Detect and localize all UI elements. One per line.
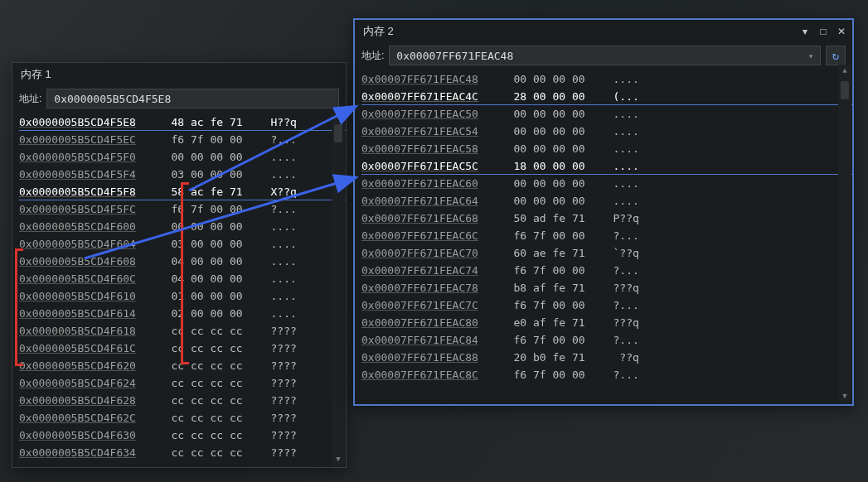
memory-address: 0x0000005B5CD4F600	[19, 218, 152, 235]
memory-row[interactable]: 0x00007FF671FEAC58 00 00 00 00 ....	[361, 140, 852, 157]
scroll-thumb[interactable]	[841, 81, 849, 99]
memory-row[interactable]: 0x0000005B5CD4F634 cc cc cc cc ????	[19, 444, 346, 461]
memory-hex: f6 7f 00 00	[494, 227, 594, 244]
memory-address: 0x00007FF671FEAC84	[361, 331, 494, 349]
memory-hex: 04 00 00 00	[152, 253, 251, 270]
panel-header: 内存 1	[12, 63, 346, 85]
memory-row[interactable]: 0x0000005B5CD4F62C cc cc cc cc ????	[19, 409, 346, 427]
memory-row[interactable]: 0x00007FF671FEAC7C f6 7f 00 00 ?...	[361, 296, 852, 314]
memory-row[interactable]: 0x00007FF671FEAC68 50 ad fe 71 P??q	[361, 210, 852, 227]
memory-row[interactable]: 0x0000005B5CD4F5F0 00 00 00 00 ....	[19, 148, 346, 166]
memory-row[interactable]: 0x00007FF671FEAC5C 18 00 00 00 ....	[361, 157, 852, 175]
memory-address: 0x0000005B5CD4F620	[19, 357, 152, 374]
memory-row[interactable]: 0x00007FF671FEAC60 00 00 00 00 ....	[361, 175, 852, 192]
memory-address: 0x0000005B5CD4F5EC	[19, 131, 152, 148]
memory-ascii: ????	[251, 374, 297, 392]
memory-row[interactable]: 0x0000005B5CD4F5E8 48 ac fe 71 H??q	[19, 113, 346, 131]
memory-hex: f6 7f 00 00	[494, 296, 594, 314]
maximize-icon[interactable]: □	[817, 26, 829, 37]
memory-address: 0x0000005B5CD4F630	[19, 427, 152, 444]
memory-row[interactable]: 0x00007FF671FEAC4C 28 00 00 00 (...	[361, 88, 852, 105]
memory-row[interactable]: 0x00007FF671FEAC6C f6 7f 00 00 ?...	[361, 227, 852, 244]
memory-ascii: ....	[594, 175, 639, 192]
memory-address: 0x00007FF671FEAC60	[361, 175, 494, 192]
memory-ascii: ????	[251, 444, 297, 461]
close-icon[interactable]: ✕	[836, 26, 847, 37]
memory-row[interactable]: 0x00007FF671FEAC78 b8 af fe 71 ???q	[361, 279, 852, 296]
memory-hex: 28 00 00 00	[494, 88, 594, 104]
memory-address: 0x0000005B5CD4F624	[19, 374, 152, 392]
memory-row[interactable]: 0x00007FF671FEAC74 f6 7f 00 00 ?...	[361, 262, 852, 279]
memory-ascii: ????	[251, 409, 297, 427]
memory-body: 0x0000005B5CD4F5E8 48 ac fe 71 H??q0x000…	[12, 112, 346, 467]
address-value: 0x0000005B5CD4F5E8	[54, 93, 171, 105]
memory-ascii: ....	[594, 157, 639, 174]
address-input[interactable]: 0x00007FF671FEAC48 ▾	[389, 46, 821, 65]
memory-address: 0x00007FF671FEAC4C	[361, 88, 494, 104]
scroll-down-icon[interactable]: ▼	[838, 390, 851, 403]
address-input[interactable]: 0x0000005B5CD4F5E8	[46, 89, 339, 108]
memory-ascii: ?...	[594, 296, 639, 314]
memory-row[interactable]: 0x0000005B5CD4F5F4 03 00 00 00 ....	[19, 166, 346, 183]
memory-ascii: ??q	[594, 349, 639, 366]
memory-row[interactable]: 0x00007FF671FEAC70 60 ae fe 71 `??q	[361, 244, 852, 262]
memory-address: 0x0000005B5CD4F5F0	[19, 148, 152, 166]
memory-address: 0x00007FF671FEAC54	[361, 123, 494, 140]
memory-hex: 58 ac fe 71	[152, 183, 251, 200]
memory-row[interactable]: 0x0000005B5CD4F628 cc cc cc cc ????	[19, 392, 346, 409]
memory-ascii: P??q	[594, 210, 639, 227]
memory-row[interactable]: 0x00007FF671FEAC8C f6 7f 00 00 ?...	[361, 366, 852, 383]
memory-row[interactable]: 0x00007FF671FEAC54 00 00 00 00 ....	[361, 123, 852, 140]
scroll-down-icon[interactable]: ▼	[332, 453, 345, 466]
memory-hex: 02 00 00 00	[152, 305, 251, 322]
memory-address: 0x0000005B5CD4F61C	[19, 340, 152, 357]
memory-hex: 18 00 00 00	[494, 157, 594, 174]
memory-address: 0x0000005B5CD4F604	[19, 235, 152, 253]
memory-row[interactable]: 0x0000005B5CD4F630 cc cc cc cc ????	[19, 427, 346, 444]
memory-hex: 03 00 00 00	[152, 166, 251, 183]
memory-ascii: ....	[594, 140, 639, 157]
memory-hex: 01 00 00 00	[152, 287, 251, 305]
memory-row[interactable]: 0x00007FF671FEAC48 00 00 00 00 ....	[361, 70, 852, 88]
memory-hex: e0 af fe 71	[494, 314, 594, 331]
memory-ascii: ???q	[594, 279, 639, 296]
memory-hex: 00 00 00 00	[494, 105, 594, 123]
memory-body: 0x00007FF671FEAC48 00 00 00 00 ....0x000…	[355, 69, 852, 404]
memory-row[interactable]: 0x00007FF671FEAC84 f6 7f 00 00 ?...	[361, 331, 852, 349]
scrollbar[interactable]: ▲ ▼	[838, 65, 851, 403]
scroll-thumb[interactable]	[334, 124, 342, 142]
address-bar: 地址: 0x00007FF671FEAC48 ▾ ↻	[355, 42, 852, 69]
memory-row[interactable]: 0x00007FF671FEAC50 00 00 00 00 ....	[361, 105, 852, 123]
scroll-up-icon[interactable]: ▲	[838, 65, 851, 78]
memory-row[interactable]: 0x00007FF671FEAC80 e0 af fe 71 ???q	[361, 314, 852, 331]
memory-ascii: ....	[594, 105, 639, 123]
memory-address: 0x0000005B5CD4F608	[19, 253, 152, 270]
memory-row[interactable]: 0x0000005B5CD4F5EC f6 7f 00 00 ?...	[19, 131, 346, 148]
scrollbar[interactable]: ▲ ▼	[332, 108, 345, 466]
memory-ascii: ????	[251, 357, 297, 374]
address-bar: 地址: 0x0000005B5CD4F5E8	[12, 85, 346, 112]
memory-ascii: `??q	[594, 244, 639, 262]
dropdown-icon[interactable]: ▾	[799, 26, 811, 37]
address-value: 0x00007FF671FEAC48	[396, 50, 513, 62]
chevron-down-icon[interactable]: ▾	[808, 51, 813, 60]
memory-row[interactable]: 0x00007FF671FEAC64 00 00 00 00 ....	[361, 192, 852, 210]
memory-ascii: ????	[251, 392, 297, 409]
memory-hex: cc cc cc cc	[152, 444, 251, 461]
memory-address: 0x00007FF671FEAC58	[361, 140, 494, 157]
memory-hex: cc cc cc cc	[152, 427, 251, 444]
scroll-up-icon[interactable]: ▲	[332, 108, 345, 121]
memory-ascii: ????	[251, 427, 297, 444]
memory-address: 0x00007FF671FEAC7C	[361, 296, 494, 314]
memory-address: 0x0000005B5CD4F60C	[19, 270, 152, 287]
memory-ascii: ???q	[594, 314, 639, 331]
memory-hex: 00 00 00 00	[494, 123, 594, 140]
memory-row[interactable]: 0x00007FF671FEAC88 20 b0 fe 71 ??q	[361, 349, 852, 366]
memory-address: 0x0000005B5CD4F5FC	[19, 200, 152, 218]
panel-header: 内存 2 ▾ □ ✕	[355, 20, 852, 42]
address-label: 地址:	[361, 49, 384, 63]
memory-ascii: ....	[251, 270, 297, 287]
refresh-button[interactable]: ↻	[826, 46, 846, 65]
memory-ascii: ?...	[594, 262, 639, 279]
memory-row[interactable]: 0x0000005B5CD4F624 cc cc cc cc ????	[19, 374, 346, 392]
